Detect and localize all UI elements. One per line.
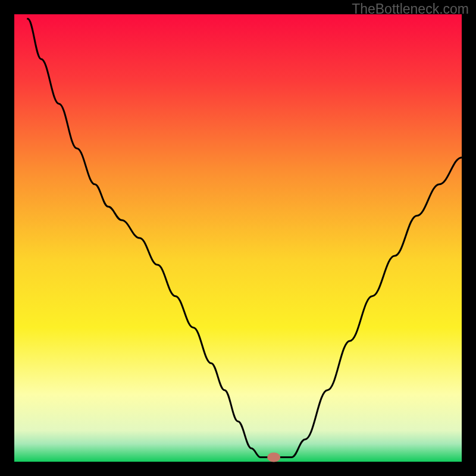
optimal-marker	[267, 452, 280, 462]
bottleneck-chart	[0, 0, 476, 476]
plot-background	[14, 14, 462, 462]
chart-canvas	[0, 0, 476, 476]
watermark-text: TheBottleneck.com	[352, 1, 469, 17]
